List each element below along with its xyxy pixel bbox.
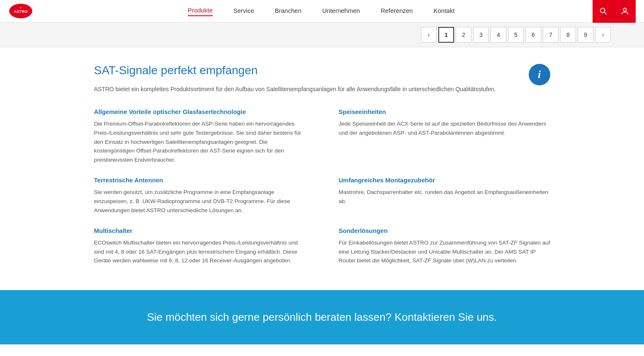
footer-cta-text: Sie möchten sich gerne persönlich berate… xyxy=(17,311,627,324)
pagination-page-9[interactable]: 9 xyxy=(578,27,593,43)
block-title-5[interactable]: Sonderlösungen xyxy=(339,227,550,234)
header-actions xyxy=(593,0,636,23)
block-text-5: Für Einkabellösungen bietet ASTRO zur Zu… xyxy=(339,238,550,265)
block-text-2: Sie werden genutzt, um zusätzliche Progr… xyxy=(94,188,306,215)
main-nav: Produkte Service Branchen Unternehmen Re… xyxy=(50,7,593,16)
block-title-2[interactable]: Terrestrische Antennen xyxy=(94,177,306,184)
search-icon xyxy=(599,7,608,16)
block-title-4[interactable]: Multischalter xyxy=(94,227,306,234)
pagination-prev[interactable]: ‹ xyxy=(421,27,437,43)
user-icon xyxy=(620,7,629,16)
logo-image: ASTRO ® xyxy=(8,3,33,19)
svg-line-4 xyxy=(604,12,606,14)
nav-item-referenzen[interactable]: Referenzen xyxy=(381,7,413,16)
info-icon-label: i xyxy=(538,69,541,80)
pagination-page-2[interactable]: 2 xyxy=(456,27,471,43)
block-text-3: Mastrohre, Dachsparrenhalter etc. runden… xyxy=(339,188,550,206)
pagination-page-8[interactable]: 8 xyxy=(560,27,576,43)
content-block-1: Speiseeinheiten Jede Speiseeinheit der A… xyxy=(339,108,550,164)
content-grid: Allgemeine Vorteile optischer Glasfasert… xyxy=(94,108,550,265)
section-intro: ASTRO bietet ein komplettes Produktsorti… xyxy=(94,85,509,94)
header: ASTRO ® Produkte Service Branchen Untern… xyxy=(0,0,644,23)
block-text-4: ECOswitch Multischalter bieten ein hervo… xyxy=(94,238,306,265)
svg-text:®: ® xyxy=(20,7,22,9)
nav-item-branchen[interactable]: Branchen xyxy=(275,7,301,16)
user-account-button[interactable] xyxy=(614,0,636,23)
section-title: SAT-Signale perfekt empfangen xyxy=(94,64,550,77)
pagination-bar: ‹ 1 2 3 4 5 6 7 8 9 › xyxy=(0,23,644,47)
block-text-1: Jede Speiseeinheit der ACX-Serie ist auf… xyxy=(339,119,550,137)
content-block-3: Umfangreiches Montagezubehör Mastrohre, … xyxy=(339,177,550,215)
nav-item-kontakt[interactable]: Kontakt xyxy=(433,7,454,16)
pagination-page-6[interactable]: 6 xyxy=(525,27,541,43)
svg-point-5 xyxy=(623,8,626,11)
pagination-page-4[interactable]: 4 xyxy=(491,27,506,43)
block-text-0: Die Premium-Offset-Parabolreflektoren de… xyxy=(94,119,306,164)
info-icon-button[interactable]: i xyxy=(529,64,550,85)
nav-item-produkte[interactable]: Produkte xyxy=(188,7,213,16)
block-title-0[interactable]: Allgemeine Vorteile optischer Glasfasert… xyxy=(94,108,306,115)
svg-point-3 xyxy=(600,8,605,13)
search-button[interactable] xyxy=(593,0,614,23)
block-title-1[interactable]: Speiseeinheiten xyxy=(339,108,550,115)
content-block-0: Allgemeine Vorteile optischer Glasfasert… xyxy=(94,108,306,164)
block-title-3[interactable]: Umfangreiches Montagezubehör xyxy=(339,177,550,184)
content-block-4: Multischalter ECOswitch Multischalter bi… xyxy=(94,227,306,265)
pagination-next[interactable]: › xyxy=(595,27,611,43)
content-block-2: Terrestrische Antennen Sie werden genutz… xyxy=(94,177,306,215)
svg-text:ASTRO: ASTRO xyxy=(14,9,28,14)
pagination-page-5[interactable]: 5 xyxy=(508,27,524,43)
content-block-5: Sonderlösungen Für Einkabellösungen biet… xyxy=(339,227,550,265)
nav-item-service[interactable]: Service xyxy=(233,7,254,16)
pagination-page-7[interactable]: 7 xyxy=(543,27,559,43)
footer-cta: Sie möchten sich gerne persönlich berate… xyxy=(0,290,644,344)
logo[interactable]: ASTRO ® xyxy=(8,3,50,19)
nav-item-unternehmen[interactable]: Unternehmen xyxy=(322,7,360,16)
main-content: i SAT-Signale perfekt empfangen ASTRO bi… xyxy=(78,64,567,265)
pagination-page-1[interactable]: 1 xyxy=(438,27,454,43)
pagination-page-3[interactable]: 3 xyxy=(473,27,489,43)
